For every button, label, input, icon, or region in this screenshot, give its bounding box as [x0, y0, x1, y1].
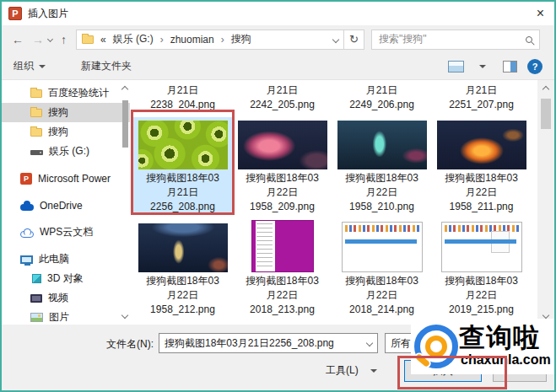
- navigation-sidebar: 百度经验统计 搜狗 搜狗 娱乐 (G:) P Microsoft Power O…: [2, 80, 130, 325]
- breadcrumb-separator: ›: [221, 34, 224, 46]
- sidebar-item-wps-cloud[interactable]: WPS云文档: [2, 223, 130, 242]
- address-bar[interactable]: « 娱乐 (G:) › zhuomian › 搜狗: [76, 30, 344, 50]
- film-icon: [30, 294, 42, 303]
- scrollbar-thumb[interactable]: [122, 100, 128, 148]
- computer-icon: [20, 255, 33, 264]
- sidebar-item-microsoft-powerpoint[interactable]: P Microsoft Power: [2, 169, 130, 188]
- file-item[interactable]: 搜狗截图18年03月22日1958_210.png: [332, 117, 431, 214]
- address-dropdown-chevron-icon[interactable]: [332, 35, 339, 42]
- organize-dropdown-icon: [39, 65, 46, 68]
- file-thumbnail-kiwi: [138, 121, 228, 169]
- main-area: 百度经验统计 搜狗 搜狗 娱乐 (G:) P Microsoft Power O…: [2, 80, 554, 325]
- file-item[interactable]: 月21日2251_207.png: [432, 82, 531, 112]
- file-thumbnail: [342, 222, 423, 272]
- scroll-down-icon[interactable]: [121, 312, 128, 319]
- title-bar: P 插入图片 ×: [2, 2, 554, 25]
- picture-icon: [30, 313, 43, 322]
- file-name: 搜狗截图18年03月22日1958_210.png: [345, 169, 418, 214]
- cube-icon: [32, 274, 41, 283]
- sidebar-item-this-pc[interactable]: 此电脑: [2, 250, 130, 269]
- file-thumbnail: [441, 222, 522, 272]
- scroll-up-icon[interactable]: [121, 86, 128, 93]
- close-icon[interactable]: ×: [533, 7, 548, 20]
- watermark: 查询啦 chaxunla.com: [411, 319, 554, 374]
- organize-button[interactable]: 组织: [13, 59, 46, 73]
- file-item[interactable]: 搜狗截图18年03月22日2018_213.png: [233, 220, 332, 317]
- file-list-scrollbar[interactable]: [537, 80, 554, 325]
- file-thumbnail: [251, 220, 314, 272]
- file-thumbnail: [138, 223, 228, 272]
- file-name: 月21日2251_207.png: [449, 82, 514, 112]
- filename-dropdown-chevron-icon[interactable]: [366, 340, 373, 346]
- file-name: 搜狗截图18年03月22日1958_209.png: [246, 169, 319, 214]
- preview-pane-icon[interactable]: [503, 61, 517, 72]
- chaxunla-logo-icon: [414, 325, 458, 368]
- file-name: 搜狗截图18年03月22日2018_214.png: [345, 272, 418, 317]
- scroll-down-icon[interactable]: [543, 312, 549, 319]
- command-toolbar: 组织 新建文件夹 ?: [2, 53, 554, 80]
- sidebar-scrollbar[interactable]: [120, 80, 130, 325]
- file-name: 搜狗截图18年03月22日2018_213.png: [246, 272, 319, 317]
- wps-cloud-icon: [20, 231, 34, 238]
- search-placeholder: 搜索"搜狗": [379, 32, 427, 46]
- recent-locations-chevron-icon[interactable]: [47, 36, 53, 42]
- sidebar-item-videos[interactable]: 视频: [2, 288, 130, 308]
- breadcrumb-item-sogou[interactable]: 搜狗: [231, 32, 251, 46]
- file-item[interactable]: 月21日2238_204.png: [133, 82, 232, 112]
- folder-icon: [82, 35, 94, 44]
- breadcrumb-item-drive[interactable]: 娱乐 (G:): [113, 32, 154, 46]
- sidebar-item-pictures[interactable]: 图片: [2, 308, 130, 325]
- scroll-up-icon[interactable]: [543, 86, 549, 93]
- watermark-domain: chaxunla.com: [461, 352, 551, 368]
- watermark-brand: 查询啦: [459, 320, 540, 356]
- refresh-button[interactable]: ↻: [344, 30, 364, 50]
- file-item[interactable]: 搜狗截图18年03月22日1958_209.png: [233, 117, 332, 214]
- view-dropdown-icon[interactable]: [479, 65, 486, 68]
- breadcrumb-separator: ›: [160, 34, 164, 46]
- back-icon[interactable]: ←: [12, 33, 24, 46]
- new-folder-button[interactable]: 新建文件夹: [81, 59, 132, 73]
- folder-icon: [30, 128, 42, 137]
- breadcrumb-item-zhuomian[interactable]: zhuomian: [170, 34, 214, 46]
- file-name: 搜狗截图18年03月22日1958_212.png: [146, 272, 219, 317]
- file-item[interactable]: 月21日2249_206.png: [332, 82, 431, 112]
- file-name: 搜狗截图18年03月22日2019_215.png: [445, 272, 518, 317]
- filename-combobox[interactable]: 搜狗截图18年03月21日2256_208.png: [159, 333, 378, 353]
- organize-label: 组织: [13, 59, 34, 73]
- search-input[interactable]: 搜索"搜狗": [371, 30, 540, 50]
- dialog-title: 插入图片: [28, 7, 68, 21]
- file-thumbnail: [238, 121, 327, 169]
- filename-value: 搜狗截图18年03月21日2256_208.png: [165, 336, 334, 351]
- sidebar-item-sogou-selected[interactable]: 搜狗: [2, 103, 130, 122]
- powerpoint-icon: P: [20, 173, 32, 185]
- tools-button[interactable]: 工具(L): [326, 363, 377, 378]
- breadcrumb-prefix: «: [100, 34, 106, 46]
- help-icon[interactable]: ?: [527, 59, 543, 74]
- insert-picture-dialog: P 插入图片 × ← → ↑ « 娱乐 (G:) › zhuomian › 搜狗…: [0, 0, 556, 392]
- file-item-selected-kiwi[interactable]: 搜狗截图18年03月21日2256_208.png: [133, 117, 232, 214]
- file-name: 月21日2238_204.png: [150, 82, 215, 112]
- file-item[interactable]: 搜狗截图18年03月22日1958_212.png: [133, 220, 232, 317]
- sidebar-item-sogou[interactable]: 搜狗: [2, 122, 130, 142]
- onedrive-cloud-icon: [20, 204, 34, 211]
- file-name: 搜狗截图18年03月21日2256_208.png: [146, 169, 219, 214]
- file-item[interactable]: 月21日2242_205.png: [233, 82, 332, 112]
- filename-label: 文件名(N):: [106, 337, 154, 352]
- drive-icon: [30, 150, 43, 155]
- file-list: 月21日2238_204.png 月21日2242_205.png 月21日22…: [130, 80, 537, 325]
- filetype-value: 所有: [391, 336, 411, 351]
- powerpoint-app-icon: P: [8, 7, 22, 20]
- sidebar-item-baidu-stats[interactable]: 百度经验统计: [2, 83, 130, 103]
- file-item[interactable]: 搜狗截图18年03月22日2018_214.png: [332, 220, 431, 317]
- navigation-bar: ← → ↑ « 娱乐 (G:) › zhuomian › 搜狗 ↻ 搜索"搜狗": [2, 25, 554, 53]
- file-item[interactable]: 搜狗截图18年03月22日2019_215.png: [432, 220, 531, 317]
- file-item[interactable]: 搜狗截图18年03月22日1958_211.png: [432, 117, 531, 214]
- view-thumbnails-icon[interactable]: [448, 61, 464, 72]
- sidebar-item-drive-g[interactable]: 娱乐 (G:): [2, 142, 130, 161]
- up-icon[interactable]: ↑: [61, 33, 67, 46]
- scrollbar-thumb[interactable]: [541, 99, 551, 129]
- sidebar-item-onedrive[interactable]: OneDrive: [2, 196, 130, 215]
- file-thumbnail: [337, 121, 427, 169]
- file-thumbnail: [437, 121, 526, 169]
- sidebar-item-3d-objects[interactable]: 3D 对象: [2, 269, 130, 288]
